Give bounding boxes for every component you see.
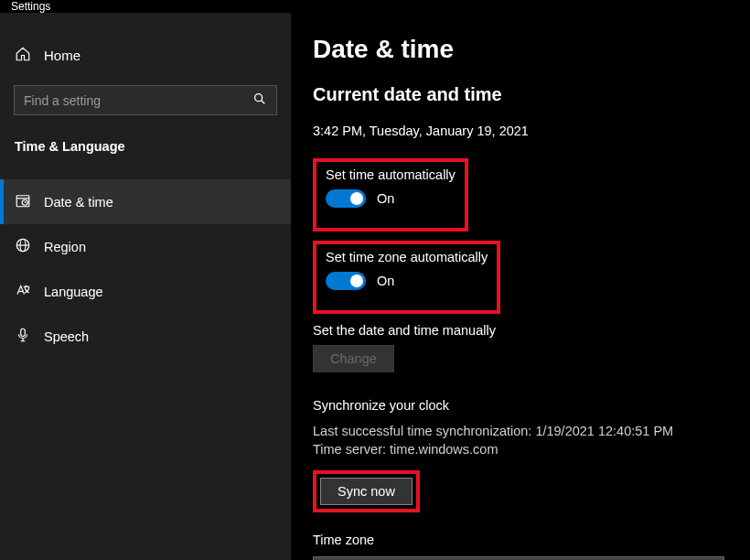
set-time-auto-state: On — [377, 191, 394, 206]
microphone-icon — [15, 327, 31, 346]
set-time-auto-label: Set time automatically — [326, 167, 455, 182]
set-tz-auto-state: On — [377, 274, 394, 288]
sidebar-item-date-time[interactable]: Date & time — [0, 179, 291, 224]
highlight-set-tz-auto: Set time zone automatically On — [313, 241, 500, 314]
sync-last: Last successful time synchronization: 1/… — [313, 422, 750, 440]
sidebar-item-speech[interactable]: Speech — [0, 314, 291, 359]
sidebar-item-label: Language — [44, 285, 103, 299]
search-box[interactable] — [14, 85, 277, 115]
sync-heading: Synchronize your clock — [313, 398, 750, 413]
clock-icon — [15, 192, 31, 211]
set-tz-auto-toggle[interactable] — [326, 272, 366, 290]
home-label: Home — [44, 48, 80, 63]
sync-now-button[interactable]: Sync now — [320, 478, 412, 505]
globe-icon — [15, 237, 31, 256]
category-heading: Time & Language — [0, 139, 291, 154]
search-input[interactable] — [24, 93, 252, 108]
main-content: Date & time Current date and time 3:42 P… — [291, 13, 750, 560]
page-title: Date & time — [313, 35, 750, 64]
home-icon — [15, 46, 31, 65]
sidebar-item-label: Date & time — [44, 195, 113, 210]
timezone-dropdown[interactable]: (UTC+07:00) Bangkok, Hanoi, Jakarta — [313, 556, 724, 560]
change-button: Change — [313, 345, 394, 372]
sidebar-item-label: Speech — [44, 329, 89, 344]
search-icon — [252, 92, 267, 110]
highlight-set-time-auto: Set time automatically On — [313, 158, 468, 232]
set-time-auto-toggle[interactable] — [326, 189, 366, 208]
window-title: Settings — [0, 0, 750, 13]
set-tz-auto-label: Set time zone automatically — [326, 250, 488, 264]
sidebar-item-region[interactable]: Region — [0, 224, 291, 269]
home-nav[interactable]: Home — [0, 38, 291, 72]
sidebar: Home Time & Language Date & time Region — [0, 13, 291, 560]
manual-label: Set the date and time manually — [313, 323, 750, 338]
sidebar-item-label: Region — [44, 240, 86, 254]
sync-server: Time server: time.windows.com — [313, 440, 750, 458]
timezone-label: Time zone — [313, 533, 750, 547]
svg-point-0 — [255, 93, 262, 101]
svg-line-1 — [262, 100, 265, 103]
language-icon — [15, 282, 31, 301]
current-datetime: 3:42 PM, Tuesday, January 19, 2021 — [313, 124, 750, 138]
section-heading: Current date and time — [313, 84, 750, 105]
sidebar-item-language[interactable]: Language — [0, 269, 291, 314]
svg-rect-11 — [21, 328, 26, 336]
highlight-sync-now: Sync now — [313, 470, 420, 512]
